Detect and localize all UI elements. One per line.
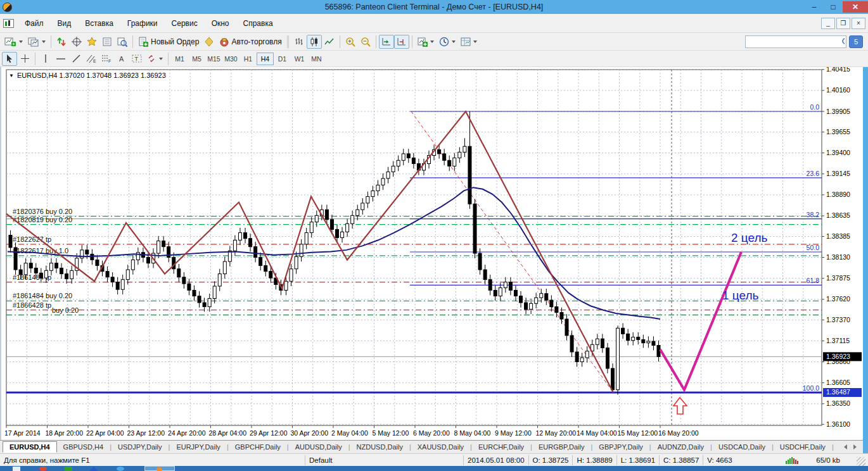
timeframe-M1[interactable]: M1 <box>171 53 188 65</box>
chart-close-button[interactable]: × <box>852 18 865 29</box>
tab-EURUSD,H4[interactable]: EURUSD,H4 <box>3 441 57 453</box>
window-maximize-button[interactable]: □ <box>824 1 843 13</box>
tabs-scroll-left-icon[interactable] <box>844 444 847 449</box>
zoom-out-button[interactable] <box>358 35 373 49</box>
chart-symbol-ohlc: EURUSD,H4 1.37020 1.37048 1.36923 1.3692… <box>17 72 166 79</box>
search-box[interactable] <box>745 35 846 48</box>
menu-Вставка[interactable]: Вставка <box>78 16 120 30</box>
indicators-button[interactable] <box>415 35 437 49</box>
periods-dropdown-icon[interactable] <box>452 41 456 43</box>
cursor-tool-button[interactable] <box>2 52 17 66</box>
text-tool-button[interactable]: A <box>114 52 129 66</box>
data-window-button[interactable] <box>69 35 84 49</box>
taskbar-icon[interactable] <box>90 467 98 471</box>
terminal-button[interactable] <box>99 35 115 49</box>
timeframe-H1[interactable]: H1 <box>239 53 257 65</box>
templates-icon <box>461 37 471 47</box>
templates-dropdown-icon[interactable] <box>473 41 477 43</box>
status-info-1: O: 1.38725 <box>528 455 573 465</box>
menu-Вид[interactable]: Вид <box>51 16 79 30</box>
menu-Графики[interactable]: Графики <box>120 16 165 30</box>
profiles-button[interactable] <box>25 35 48 49</box>
tab-AUDUSD,Daily[interactable]: AUDUSD,Daily <box>289 442 348 452</box>
taskbar-icon[interactable] <box>13 467 20 471</box>
strategy-tester-icon <box>117 37 127 47</box>
window-close-button[interactable]: ✕ <box>843 1 868 13</box>
status-profile[interactable]: Default <box>305 455 463 465</box>
tab-EURGBP,Daily[interactable]: EURGBP,Daily <box>532 442 591 452</box>
strategy-tester-button[interactable] <box>115 35 130 49</box>
tab-EURCHF,Daily[interactable]: EURCHF,Daily <box>472 442 530 452</box>
auto-scroll-button[interactable] <box>379 35 394 49</box>
arrows-tool-button[interactable] <box>144 52 165 66</box>
metaeditor-button[interactable] <box>201 35 217 49</box>
tab-GBPCHF,Daily[interactable]: GBPCHF,Daily <box>229 442 287 452</box>
notifications-button[interactable]: 5 <box>849 35 863 48</box>
menu-Справка[interactable]: Справка <box>236 16 280 30</box>
svg-text:1.36605: 1.36605 <box>826 379 850 386</box>
zoom-in-button[interactable] <box>343 35 358 49</box>
text-label-tool-button[interactable]: T <box>129 52 144 66</box>
timeframe-D1[interactable]: D1 <box>274 53 291 65</box>
navigator-button[interactable] <box>84 35 99 49</box>
equidistant-channel-tool-button[interactable]: E <box>84 52 99 66</box>
crosshair-tool-button[interactable] <box>17 52 32 66</box>
chart-restore-button[interactable]: ❒ <box>836 18 850 29</box>
tab-NZDUSD,Daily[interactable]: NZDUSD,Daily <box>350 442 409 452</box>
chart-minimize-button[interactable]: _ <box>821 18 835 29</box>
resize-grip[interactable] <box>857 457 865 466</box>
timeframe-W1[interactable]: W1 <box>291 53 308 65</box>
chart-shift-button[interactable] <box>394 35 409 49</box>
market-watch-button[interactable] <box>54 35 69 49</box>
autotrading-button[interactable]: Авто-торговля <box>217 35 284 49</box>
trendline-tool-button[interactable] <box>68 52 84 66</box>
price-chart[interactable]: 0.023.638.250.061.8100.0#1820376 buy 0.2… <box>1 67 863 440</box>
text-icon: A <box>118 54 126 63</box>
arrows-dropdown-icon[interactable] <box>159 58 163 60</box>
tabs-scroll-right-icon[interactable] <box>853 444 857 449</box>
search-input[interactable] <box>746 37 841 47</box>
timeframe-M5[interactable]: M5 <box>188 53 205 65</box>
profiles-dropdown-icon[interactable] <box>42 41 46 43</box>
tab-GBPJPY,Daily[interactable]: GBPJPY,Daily <box>592 442 649 452</box>
taskbar-active-app[interactable] <box>144 466 175 471</box>
vertical-line-tool-button[interactable] <box>38 52 53 66</box>
tab-AUDNZD,Daily[interactable]: AUDNZD,Daily <box>651 442 710 452</box>
timeframe-M30[interactable]: M30 <box>222 53 239 65</box>
taskbar-icon[interactable] <box>39 467 47 471</box>
tab-GBPUSD,H4[interactable]: GBPUSD,H4 <box>57 442 110 452</box>
tab-USDCAD,Daily[interactable]: USDCAD,Daily <box>712 442 772 452</box>
timeframe-M15[interactable]: M15 <box>205 53 222 65</box>
tab-USDJPY,Daily[interactable]: USDJPY,Daily <box>112 442 169 452</box>
windows-taskbar[interactable] <box>0 466 868 471</box>
status-traffic: 65/0 kb <box>816 456 840 464</box>
taskbar-icon[interactable] <box>117 467 124 471</box>
horizontal-line-tool-button[interactable] <box>53 52 68 66</box>
taskbar-icon[interactable] <box>65 467 72 471</box>
indicators-dropdown-icon[interactable] <box>430 41 434 43</box>
new-chart-button[interactable] <box>2 35 25 49</box>
tab-XAUUSD,Daily[interactable]: XAUUSD,Daily <box>411 442 470 452</box>
candlestick-chart-button[interactable] <box>307 35 322 49</box>
crosshair-icon <box>20 54 30 63</box>
tab-EURJPY,Daily[interactable]: EURJPY,Daily <box>170 442 227 452</box>
search-icon[interactable] <box>841 37 845 47</box>
menu-Окно[interactable]: Окно <box>205 16 236 30</box>
window-minimize-button[interactable]: – <box>805 1 824 13</box>
fibonacci-tool-button[interactable]: F <box>99 52 114 66</box>
timeframe-MN[interactable]: MN <box>308 53 325 65</box>
bar-chart-button[interactable] <box>291 35 307 49</box>
chart-window-icon[interactable] <box>3 19 14 28</box>
line-chart-button[interactable] <box>322 35 337 49</box>
menu-Файл[interactable]: Файл <box>18 16 51 30</box>
new-order-button[interactable]: Новый Ордер <box>136 35 201 49</box>
svg-text:1.39400: 1.39400 <box>826 149 850 156</box>
templates-button[interactable] <box>458 35 480 49</box>
timeframe-H4[interactable]: H4 <box>257 53 274 65</box>
new-chart-dropdown-icon[interactable] <box>19 41 23 43</box>
chevron-down-icon[interactable]: ▼ <box>9 73 14 78</box>
svg-text:1.40415: 1.40415 <box>826 67 850 73</box>
tab-USDCHF,Daily[interactable]: USDCHF,Daily <box>774 442 832 452</box>
menu-Сервис[interactable]: Сервис <box>165 16 205 30</box>
periods-button[interactable] <box>437 35 458 49</box>
